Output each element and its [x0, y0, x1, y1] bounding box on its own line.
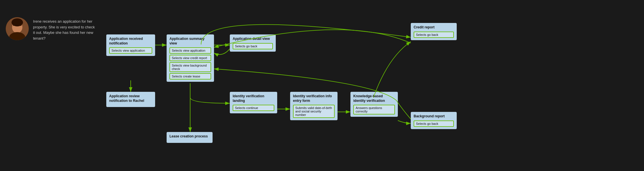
flow-arrows: [0, 0, 644, 171]
node-app-summary: Application summary view Selects view ap…: [167, 34, 214, 82]
node-app-detail-title: Application detail view: [233, 37, 273, 41]
node-app-summary-action-0[interactable]: Selects view application: [169, 47, 211, 54]
intro-text: Irene receives an application for her pr…: [33, 19, 96, 41]
node-app-detail-action-0[interactable]: Selects go back: [233, 43, 273, 49]
node-app-received: Application received notification Select…: [106, 34, 155, 56]
node-app-summary-action-3[interactable]: Selects create lease: [169, 73, 211, 79]
node-credit-report-title: Credit report: [414, 25, 454, 30]
node-app-summary-title: Application summary view: [169, 37, 211, 46]
node-knowledge-based-action-0[interactable]: Answers questions correctly: [353, 105, 395, 114]
node-knowledge-based-title: Knowledge-based identity verification: [353, 94, 395, 103]
avatar: [6, 17, 29, 40]
node-app-summary-action-2[interactable]: Selects view background check: [169, 62, 211, 72]
node-app-received-title: Application received notification: [109, 37, 152, 46]
node-knowledge-based: Knowledge-based identity verification An…: [350, 92, 398, 117]
node-identity-form-action-0[interactable]: Submits valid date-of-birth and social s…: [293, 105, 335, 118]
node-app-review-title: Application review notification to Rache…: [109, 94, 152, 103]
node-identity-landing-action-0[interactable]: Selects continue: [233, 105, 274, 111]
node-identity-landing-title: Identity verification landing: [233, 94, 274, 103]
node-app-detail: Application detail view Selects go back: [230, 34, 276, 52]
node-lease-creation: Lease creation process: [167, 132, 213, 143]
node-background-report-title: Background report: [414, 114, 454, 119]
node-lease-creation-title: Lease creation process: [169, 134, 210, 139]
node-identity-form: Identity verification info entry form Su…: [290, 92, 338, 120]
node-background-report-action-0[interactable]: Selects go back: [414, 121, 454, 127]
node-identity-landing: Identity verification landing Selects co…: [230, 92, 277, 113]
node-app-summary-action-1[interactable]: Selects view credit report: [169, 55, 211, 61]
node-app-review: Application review notification to Rache…: [106, 92, 155, 107]
node-credit-report: Credit report Selects go back: [411, 23, 457, 40]
node-app-received-action-0[interactable]: Selects view application: [109, 47, 152, 54]
node-credit-report-action-0[interactable]: Selects go back: [414, 32, 454, 38]
node-identity-form-title: Identity verification info entry form: [293, 94, 335, 103]
node-background-report: Background report Selects go back: [411, 112, 457, 129]
